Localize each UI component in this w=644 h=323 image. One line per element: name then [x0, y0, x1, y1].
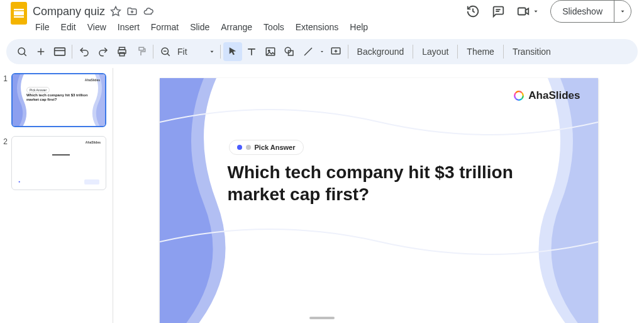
paint-format-icon[interactable] [131, 42, 150, 61]
slideshow-label[interactable]: Slideshow [551, 1, 614, 22]
menu-extensions[interactable]: Extensions [291, 21, 343, 33]
menu-view[interactable]: View [82, 21, 111, 33]
bottom-resize-handle[interactable] [309, 317, 335, 319]
pick-answer-label: Pick Answer [255, 144, 296, 151]
svg-marker-15 [621, 11, 625, 13]
menu-arrange[interactable]: Arrange [216, 21, 257, 33]
history-icon[interactable] [466, 4, 480, 18]
toolbar-divider [220, 45, 221, 59]
menu-help[interactable]: Help [345, 21, 373, 33]
pill-dot-icon [246, 145, 251, 150]
svg-line-17 [24, 54, 26, 56]
zoom-select[interactable]: Fit [175, 47, 218, 57]
line-icon[interactable] [299, 42, 318, 61]
slide-panel[interactable]: 1 AhaSlides Pick Answer Which tech compa… [0, 68, 113, 323]
thumb2-footer-right [84, 179, 99, 184]
new-slide-icon[interactable] [31, 42, 50, 61]
shape-icon[interactable] [280, 42, 299, 61]
line-dropdown-icon[interactable] [318, 42, 326, 61]
thumb-brand: AhaSlides [85, 78, 100, 82]
wave-right-decoration [523, 78, 598, 323]
select-tool-icon[interactable] [223, 42, 242, 61]
redo-icon[interactable] [94, 42, 113, 61]
menu-tools[interactable]: Tools [258, 21, 289, 33]
thumb-question: Which tech company hit $3 trillion marke… [26, 93, 91, 102]
layout-button[interactable]: Layout [416, 47, 455, 57]
menu-insert[interactable]: Insert [113, 21, 145, 33]
search-menus-icon[interactable] [13, 42, 31, 61]
slideshow-button[interactable]: Slideshow [550, 0, 631, 23]
new-slide-layout-icon[interactable] [50, 42, 69, 61]
meet-button[interactable] [516, 4, 539, 18]
svg-marker-28 [210, 51, 213, 53]
ahaslides-logo-icon [513, 90, 525, 101]
svg-line-26 [167, 54, 170, 56]
toolbar-divider [348, 45, 348, 59]
slides-logo[interactable] [8, 2, 30, 25]
thumbnail-row-2[interactable]: 2 AhaSlides ● [3, 136, 106, 190]
slideshow-dropdown[interactable] [614, 1, 631, 22]
print-icon[interactable] [113, 42, 131, 61]
thumb2-footer-left: ● [18, 179, 20, 183]
toolbar: Fit Background Layout Theme Transition [6, 39, 638, 64]
textbox-icon[interactable] [242, 42, 261, 61]
thumb-pill: Pick Answer [26, 87, 50, 93]
thumb-brand: AhaSlides [86, 140, 101, 144]
cloud-status-icon[interactable] [143, 6, 154, 17]
toolbar-divider [457, 45, 458, 59]
zoom-label: Fit [177, 47, 187, 57]
chevron-down-icon [533, 8, 539, 14]
chevron-down-icon [209, 48, 215, 55]
ahaslides-brand: AhaSlides [513, 89, 580, 102]
pill-dot-icon [237, 145, 242, 150]
main-area: 1 AhaSlides Pick Answer Which tech compa… [0, 68, 644, 323]
thumbnail-row-1[interactable]: 1 AhaSlides Pick Answer Which tech compa… [3, 73, 106, 127]
svg-point-30 [268, 50, 269, 51]
svg-marker-34 [321, 51, 323, 52]
svg-rect-12 [518, 8, 526, 15]
thumb2-line [52, 154, 70, 156]
slide-canvas[interactable]: AhaSlides Pick Answer Which tech company… [160, 78, 598, 323]
move-folder-icon[interactable] [126, 6, 138, 17]
svg-marker-13 [526, 8, 529, 14]
comments-icon[interactable] [491, 4, 505, 18]
background-button[interactable]: Background [351, 47, 411, 57]
star-icon[interactable] [110, 6, 121, 17]
document-title[interactable]: Company quiz [33, 5, 105, 18]
canvas-area[interactable]: AhaSlides Pick Answer Which tech company… [113, 68, 644, 323]
title-group: Company quiz [33, 5, 154, 18]
toolbar-divider [503, 45, 504, 59]
wave-left-decoration [160, 78, 235, 323]
toolbar-divider [153, 45, 153, 59]
menu-format[interactable]: Format [146, 21, 184, 33]
menu-file[interactable]: File [30, 21, 55, 33]
thumbnail-number: 2 [3, 136, 8, 146]
image-icon[interactable] [261, 42, 280, 61]
transition-button[interactable]: Transition [506, 47, 557, 57]
slide-thumbnail-2[interactable]: AhaSlides ● [11, 136, 106, 190]
slide-question[interactable]: Which tech company hit $3 trillion marke… [228, 161, 523, 205]
ahaslides-brand-text: AhaSlides [528, 89, 580, 102]
svg-marker-14 [535, 11, 538, 13]
svg-line-33 [304, 48, 312, 55]
title-bar: Company quiz Slideshow [0, 0, 644, 19]
menu-edit[interactable]: Edit [56, 21, 81, 33]
comment-add-icon[interactable] [326, 42, 345, 61]
slide-thumbnail-1[interactable]: AhaSlides Pick Answer Which tech company… [11, 73, 106, 127]
menu-slide[interactable]: Slide [185, 21, 214, 33]
undo-icon[interactable] [75, 42, 94, 61]
theme-button[interactable]: Theme [460, 47, 501, 57]
toolbar-divider [72, 45, 72, 59]
title-bar-right: Slideshow [466, 0, 636, 23]
svg-point-16 [18, 48, 25, 55]
pick-answer-pill: Pick Answer [229, 140, 304, 155]
thumbnail-number: 1 [3, 73, 8, 83]
zoom-out-icon[interactable] [156, 42, 175, 61]
svg-rect-20 [55, 48, 65, 55]
svg-marker-9 [111, 7, 121, 16]
toolbar-divider [413, 45, 413, 59]
